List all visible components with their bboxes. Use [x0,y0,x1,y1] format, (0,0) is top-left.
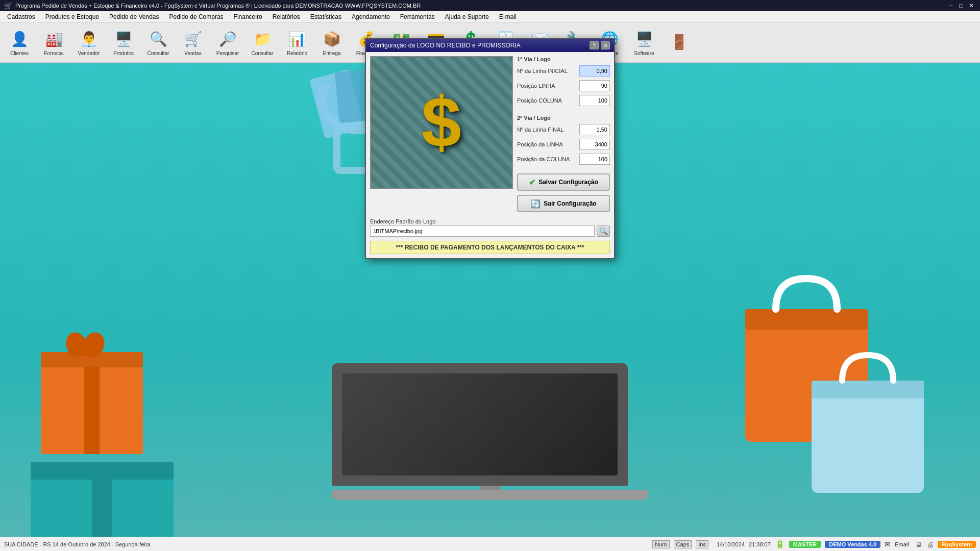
posicao-linha-row: Posição LINHA [517,80,610,91]
posicao-coluna-input[interactable] [579,95,610,106]
address-input[interactable] [370,226,595,237]
exit-config-button[interactable]: 🔄 Sair Configuração [517,195,610,212]
exit-label: Sair Configuração [544,200,596,207]
dialog-body: $ 1ª Via / Logo Nº da Linha INICIAL Posi… [366,52,614,258]
save-label: Salvar Configuração [538,179,598,186]
posicao-linha-input[interactable] [579,80,610,91]
logo-preview: $ [370,56,513,189]
section1-title: 1ª Via / Logo [517,56,610,62]
save-icon: ✔ [529,178,535,187]
section-divider [517,110,610,113]
btn-divider [517,168,610,171]
posicao-coluna2-row: Posição da COLUNA [517,154,610,165]
posicao-coluna-label: Posição COLUNA [517,97,579,104]
section2-title: 2ª Via / Logo [517,115,610,121]
posicao-linha2-row: Posição da LINHA [517,139,610,150]
linha-inicial-row: Nº da Linha INICIAL [517,65,610,77]
address-row: 🔍 [370,226,610,237]
posicao-linha-label: Posição LINHA [517,83,579,89]
posicao-coluna-row: Posição COLUNA [517,95,610,106]
dialog-overlay: Configuração da LOGO NO RECIBO e PROMISS… [0,0,980,551]
form-area: 1ª Via / Logo Nº da Linha INICIAL Posiçã… [517,56,610,214]
linha-final-row: Nº da Linha FINAL [517,124,610,135]
dialog-title-buttons: ? ✕ [590,41,610,49]
linha-final-input[interactable] [579,124,610,135]
dialog-titlebar: Configuração da LOGO NO RECIBO e PROMISS… [366,39,614,52]
dollar-icon: $ [422,87,461,158]
address-label: Endereço Padrão do Logo [370,218,610,224]
linha-inicial-input[interactable] [579,65,610,77]
dialog-close-button[interactable]: ✕ [601,41,610,49]
logo-config-dialog: Configuração da LOGO NO RECIBO e PROMISS… [365,38,615,259]
posicao-coluna2-label: Posição da COLUNA [517,156,579,162]
linha-inicial-label: Nº da Linha INICIAL [517,68,579,74]
exit-icon: 🔄 [530,199,541,209]
save-config-button[interactable]: ✔ Salvar Configuração [517,173,610,191]
linha-final-label: Nº da Linha FINAL [517,127,579,133]
posicao-coluna2-input[interactable] [579,154,610,165]
dialog-content-row: $ 1ª Via / Logo Nº da Linha INICIAL Posi… [370,56,610,214]
address-section: Endereço Padrão do Logo 🔍 [370,218,610,237]
dialog-title-text: Configuração da LOGO NO RECIBO e PROMISS… [370,42,521,49]
dialog-help-button[interactable]: ? [590,41,599,49]
address-search-button[interactable]: 🔍 [597,226,610,237]
posicao-linha2-label: Posição da LINHA [517,141,579,147]
recibo-banner: *** RECIBO DE PAGAMENTO DOS LANÇAMENTOS … [370,241,610,254]
posicao-linha2-input[interactable] [579,139,610,150]
